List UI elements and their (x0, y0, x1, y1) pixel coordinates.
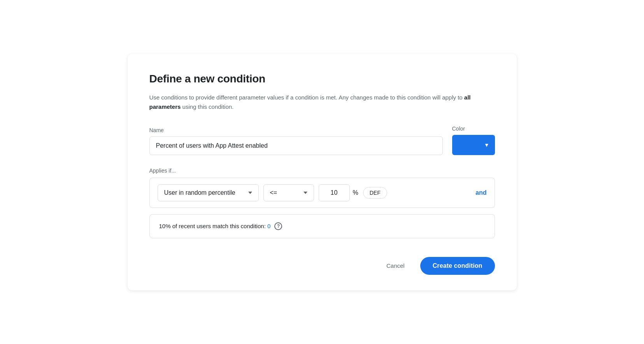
name-color-row: Name Color ▼ (149, 126, 495, 155)
name-input[interactable] (149, 136, 443, 155)
name-form-group: Name (149, 127, 443, 155)
chevron-down-icon (248, 192, 252, 194)
operator-select[interactable]: <= (263, 184, 314, 201)
dialog-actions: Cancel Create condition (149, 257, 495, 275)
def-badge-label: DEF (370, 190, 381, 196)
and-link[interactable]: and (476, 189, 486, 196)
percent-symbol: % (353, 189, 358, 196)
condition-type-select[interactable]: User in random percentile (158, 184, 259, 201)
help-icon[interactable]: ? (274, 222, 282, 230)
match-info-text: 10% of recent users match this condition… (159, 223, 271, 229)
match-info-text-static: 10% of recent users match this condition… (159, 223, 267, 229)
color-form-group: Color ▼ (452, 126, 495, 155)
chevron-down-icon (304, 192, 307, 194)
description-text-part1: Use conditions to provide different para… (149, 94, 464, 101)
operator-value: <= (270, 189, 277, 196)
dialog-description: Use conditions to provide different para… (149, 93, 495, 112)
help-icon-label: ? (277, 224, 280, 229)
percent-input-group: % (319, 184, 358, 201)
condition-type-value: User in random percentile (164, 189, 235, 196)
description-text-part2: using this condition. (181, 103, 233, 110)
percent-input[interactable] (319, 184, 350, 201)
match-info-box: 10% of recent users match this condition… (149, 214, 495, 238)
def-badge[interactable]: DEF (363, 187, 387, 199)
dialog-title: Define a new condition (149, 73, 495, 85)
chevron-down-icon: ▼ (484, 142, 490, 148)
create-condition-button[interactable]: Create condition (420, 257, 495, 275)
match-count: 0 (267, 223, 270, 229)
name-label: Name (149, 127, 443, 133)
color-label: Color (452, 126, 495, 132)
applies-if-label: Applies if... (149, 168, 495, 174)
color-picker-button[interactable]: ▼ (452, 135, 495, 155)
define-condition-dialog: Define a new condition Use conditions to… (128, 54, 517, 290)
cancel-button[interactable]: Cancel (380, 258, 411, 273)
condition-row: User in random percentile <= % DEF and (149, 178, 495, 208)
